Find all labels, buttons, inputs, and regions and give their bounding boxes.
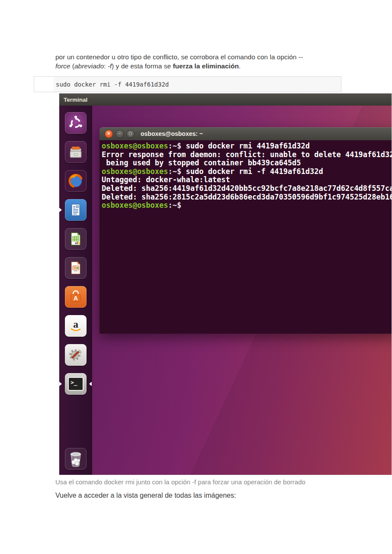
terminal-line: osboxes@osboxes:~$ sudo docker rmi -f 44…: [102, 167, 392, 176]
global-menubar: Terminal: [59, 93, 392, 106]
maximize-button[interactable]: ▢: [126, 130, 135, 138]
desktop-wallpaper: A a: [59, 106, 392, 475]
terminal-window: × – ▢ osboxes@osboxes: ~ osboxes@osboxes…: [100, 127, 392, 334]
terminal-line: osboxes@osboxes:~$: [102, 201, 392, 210]
intro-line1: por un contenedor u otro tipo de conflic…: [55, 53, 303, 61]
unity-launcher: A a: [59, 106, 92, 475]
figure-caption: Usa el comando docker rmi junto con la o…: [55, 478, 367, 486]
trash-icon[interactable]: [65, 448, 87, 470]
firefox-icon[interactable]: [65, 170, 87, 192]
terminal-line: being used by stopped container bb439ca6…: [102, 159, 392, 167]
files-icon[interactable]: [65, 141, 87, 163]
menubar-app-title: Terminal: [64, 97, 87, 103]
libreoffice-impress-icon[interactable]: [65, 257, 87, 279]
intro-flag: -f: [108, 62, 112, 70]
terminal-line: Deleted: sha256:4419af61d32d420bb5cc92bc…: [102, 184, 392, 193]
terminal-output-area[interactable]: osboxes@osboxes:~$ sudo docker rmi 4419a…: [100, 140, 392, 334]
software-center-icon[interactable]: A: [65, 286, 87, 308]
system-settings-icon[interactable]: [65, 344, 87, 366]
libreoffice-writer-icon[interactable]: [65, 199, 87, 221]
terminal-titlebar[interactable]: × – ▢ osboxes@osboxes: ~: [100, 127, 392, 140]
amazon-icon[interactable]: a: [65, 315, 87, 337]
terminal-running-arrow-icon: [59, 382, 62, 386]
terminal-launcher-icon[interactable]: >_: [65, 373, 87, 395]
terminal-line: Error response from daemon: conflict: un…: [102, 151, 392, 159]
intro-bold: fuerza la eliminación: [173, 62, 238, 70]
software-center-letter: A: [73, 295, 77, 302]
minimize-icon: –: [119, 132, 121, 136]
intro-abreviado: abreviado: [74, 62, 104, 70]
writer-running-arrow-icon: [59, 208, 62, 212]
terminal-line: osboxes@osboxes:~$ sudo docker rmi 4419a…: [102, 142, 392, 151]
terminal-line: Untagged: docker-whale:latest: [102, 176, 392, 184]
intro-force: force: [55, 62, 70, 70]
minimize-button[interactable]: –: [116, 130, 124, 138]
desktop-screenshot: Terminal: [59, 93, 392, 475]
code-block: sudo docker rmi -f 4419af61d32d: [34, 76, 341, 92]
terminal-focused-arrow-icon: [89, 382, 92, 386]
code-command: sudo docker rmi -f 4419af61d32d: [56, 81, 169, 88]
terminal-line: Deleted: sha256:2815c2a5dd23d6b86ecd3da7…: [102, 193, 392, 202]
intro-paragraph: por un contenedor u otro tipo de conflic…: [55, 52, 341, 71]
window-title: osboxes@osboxes: ~: [141, 130, 203, 137]
amazon-letter: a: [73, 319, 78, 330]
close-button[interactable]: ×: [105, 130, 113, 138]
closing-paragraph: Vuelve a acceder a la vista general de t…: [55, 492, 367, 499]
close-icon: ×: [108, 132, 110, 136]
libreoffice-calc-icon[interactable]: [65, 228, 87, 250]
terminal-prompt-glyph: >_: [71, 379, 77, 386]
code-block-gutter: [34, 77, 54, 92]
maximize-icon: ▢: [129, 132, 132, 135]
dash-home-icon[interactable]: [65, 112, 87, 134]
